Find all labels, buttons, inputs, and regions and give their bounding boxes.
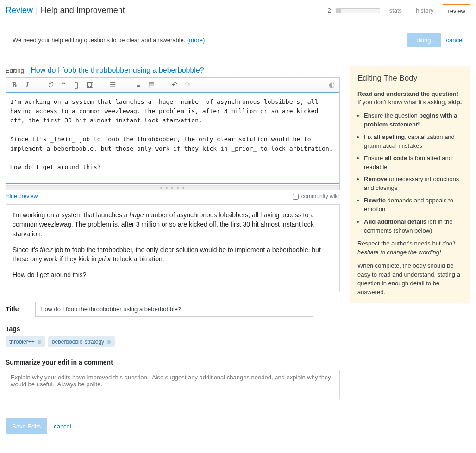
breadcrumb: Review | Help and Improvement <box>6 6 125 15</box>
olist-icon[interactable]: ☰ <box>109 81 116 89</box>
tag-remove-icon[interactable]: ⊗ <box>37 339 42 345</box>
title-label: Title <box>6 305 26 313</box>
italic-icon[interactable]: I <box>24 81 31 89</box>
edit-summary-input[interactable] <box>6 370 340 399</box>
help-icon[interactable]: ◐ <box>329 81 335 89</box>
editing-button[interactable]: Editing... <box>407 33 442 47</box>
banner-text: We need your help editing questions to b… <box>13 37 205 44</box>
resize-grip[interactable]: ● ● ● ● ● <box>6 185 339 190</box>
tab-history[interactable]: history <box>411 4 438 17</box>
undo-icon[interactable]: ↶ <box>171 81 178 89</box>
link-icon[interactable]: 𝓞 <box>47 81 54 89</box>
redo-icon[interactable]: ↷ <box>184 81 191 89</box>
tab-review[interactable]: review <box>443 4 470 17</box>
tag-item[interactable]: throbler++⊗ <box>6 336 45 347</box>
progress-bar[interactable] <box>336 8 380 13</box>
preview-pane: I'm working on a system that launches a … <box>6 204 340 292</box>
editor-toolbar: B I 𝓞 ❝ {} 🖼 ☰ ≣ ≡ ▤ ↶ ↷ <box>6 78 339 92</box>
more-link[interactable]: (more) <box>187 37 205 44</box>
image-icon[interactable]: 🖼 <box>86 81 93 89</box>
body-editor: B I 𝓞 ❝ {} 🖼 ☰ ≣ ≡ ▤ ↶ ↷ <box>6 77 340 190</box>
summary-label: Summarize your edit in a comment <box>6 359 340 366</box>
ulist-icon[interactable]: ≣ <box>122 81 129 89</box>
title-input[interactable] <box>35 302 313 317</box>
hr-icon[interactable]: ▤ <box>148 81 155 89</box>
quote-icon[interactable]: ❝ <box>60 81 67 89</box>
list-item: Fix all spelling, capitalization and gra… <box>364 133 463 151</box>
tags-input[interactable]: throbler++⊗ beberbooble-strategy⊗ <box>6 336 340 347</box>
cancel-link[interactable]: cancel <box>446 37 463 44</box>
header-right: 2 stats history review <box>327 4 470 17</box>
separator: | <box>36 6 38 15</box>
cancel-button[interactable]: cancel <box>54 423 71 430</box>
community-wiki-checkbox[interactable] <box>293 194 299 200</box>
list-item: Ensure all code is formatted and readabl… <box>364 154 463 172</box>
info-banner: We need your help editing questions to b… <box>6 26 470 54</box>
save-edits-button[interactable]: Save Edits <box>6 418 47 434</box>
progress-count: 2 <box>327 7 331 14</box>
bold-icon[interactable]: B <box>11 81 18 89</box>
review-link[interactable]: Review <box>6 6 33 15</box>
tag-item[interactable]: beberbooble-strategy⊗ <box>48 336 115 347</box>
hide-preview-link[interactable]: hide preview <box>6 193 38 200</box>
page-header: Review | Help and Improvement 2 stats hi… <box>6 4 470 20</box>
sidebar-title: Editing The Body <box>357 73 463 84</box>
question-title-link[interactable]: How do I foob the throbbobber using a be… <box>31 66 204 74</box>
list-item: Rewrite demands and appeals to emotion <box>364 196 463 214</box>
tab-stats[interactable]: stats <box>385 4 407 17</box>
help-sidebar: Editing The Body Read and understand the… <box>350 66 470 303</box>
list-item: Remove unnecessary introductions and clo… <box>364 175 463 193</box>
editing-line: Editing: How do I foob the throbbobber u… <box>6 66 340 75</box>
body-textarea[interactable]: I'm working on a system that launches a … <box>6 92 339 184</box>
tag-remove-icon[interactable]: ⊗ <box>106 339 111 345</box>
list-item: Add additional details left in the comme… <box>364 218 463 235</box>
section-title: Help and Improvement <box>41 6 125 15</box>
code-icon[interactable]: {} <box>73 81 80 89</box>
tags-label: Tags <box>6 325 340 333</box>
community-wiki-label[interactable]: community wiki <box>293 193 339 200</box>
list-item: Ensure the question begins with a proble… <box>364 112 463 129</box>
heading-icon[interactable]: ≡ <box>135 81 142 89</box>
